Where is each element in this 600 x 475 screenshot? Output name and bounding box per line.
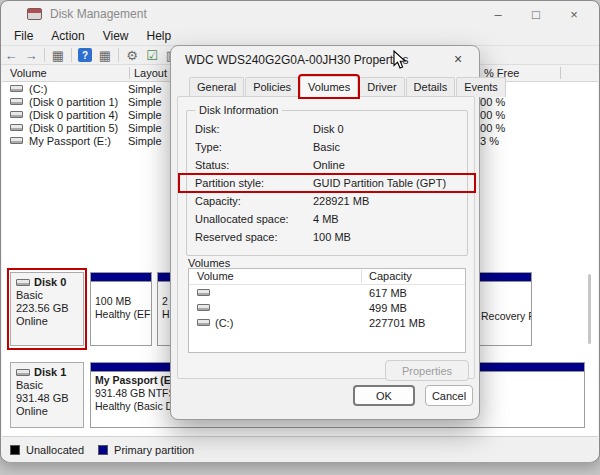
disk1-status: Online <box>16 405 83 418</box>
disk0-label[interactable]: Disk 0 Basic 223.56 GB Online <box>10 272 84 346</box>
volume-icon <box>197 304 210 311</box>
volume-free: 100 % <box>474 96 554 108</box>
field-label: Capacity: <box>195 195 313 207</box>
column-header-volume[interactable]: Volume <box>197 270 234 282</box>
volume-name: (C:) <box>29 83 128 95</box>
volume-icon <box>197 319 210 326</box>
tool-icon[interactable]: ⚙ <box>122 49 142 62</box>
volumes-table: Volume Capacity 617 MB 499 MB (C:) <box>188 268 466 353</box>
column-header-capacity[interactable]: Capacity <box>369 270 412 282</box>
volume-name: (Disk 0 partition 5) <box>29 122 128 134</box>
tab-details[interactable]: Details <box>406 77 456 97</box>
column-header-layout[interactable]: Layout <box>134 67 167 79</box>
legend-unallocated-label: Unallocated <box>26 444 84 456</box>
partition-size: 100 MB <box>95 295 151 308</box>
unallocated-swatch <box>10 445 20 455</box>
close-button[interactable]: × <box>555 1 593 27</box>
volume-free: 100 % <box>474 109 554 121</box>
volume-capacity: 499 MB <box>369 302 407 314</box>
dialog-volume-row[interactable]: 499 MB <box>189 300 465 315</box>
disk0-size: 223.56 GB <box>16 302 83 315</box>
volume-name: My Passport (E:) <box>29 135 128 147</box>
help-icon[interactable]: ? <box>78 48 92 62</box>
dialog-volume-row[interactable]: (C:) 227701 MB <box>189 315 465 330</box>
cancel-button[interactable]: Cancel <box>425 385 473 406</box>
menu-file[interactable]: File <box>5 28 42 44</box>
field-label: Status: <box>195 159 313 171</box>
menu-view[interactable]: View <box>94 28 138 44</box>
minimize-button[interactable]: – <box>479 1 517 27</box>
menu-help[interactable]: Help <box>138 28 181 44</box>
volume-name: (C:) <box>215 317 233 329</box>
field-label: Unallocated space: <box>195 213 313 225</box>
volumes-table-header: Volume Capacity <box>189 269 465 285</box>
disk1-type: Basic <box>16 379 83 392</box>
disk1-label[interactable]: Disk 1 Basic 931.48 GB Online <box>10 362 84 428</box>
tab-volumes[interactable]: Volumes <box>300 76 358 97</box>
toolbar-separator <box>44 48 45 62</box>
menu-action[interactable]: Action <box>42 28 93 44</box>
volume-free: 13 % <box>474 135 554 147</box>
field-label: Partition style: <box>195 177 313 189</box>
field-label: Type: <box>195 141 313 153</box>
field-value: 4 MB <box>313 213 467 225</box>
legend-bar: Unallocated Primary partition <box>2 436 598 462</box>
volume-icon <box>10 111 23 118</box>
disk-icon <box>16 369 30 376</box>
tab-policies[interactable]: Policies <box>245 77 299 97</box>
field-value: Basic <box>313 141 467 153</box>
column-divider <box>361 270 362 283</box>
disk1-size: 931.48 GB <box>16 392 83 405</box>
volume-properties-button: Properties <box>385 360 469 381</box>
toolbar-separator <box>71 48 72 62</box>
tab-events[interactable]: Events <box>456 77 506 97</box>
partition-style-row: Partition style: GUID Partition Table (G… <box>187 174 467 192</box>
disk0-status: Online <box>16 315 83 328</box>
disk1-name: Disk 1 <box>34 366 66 379</box>
legend-primary-label: Primary partition <box>114 444 194 456</box>
ok-button[interactable]: OK <box>353 385 415 406</box>
column-divider[interactable] <box>560 67 561 79</box>
volume-icon <box>10 124 23 131</box>
disk-icon <box>16 279 30 286</box>
window-title: Disk Management <box>50 7 147 21</box>
disk-information-title: Disk Information <box>195 104 282 116</box>
volume-free: 100 % <box>474 122 554 134</box>
pane-scrollbar[interactable] <box>588 274 591 344</box>
back-icon[interactable]: ← <box>1 49 21 62</box>
forward-icon[interactable]: → <box>21 49 41 62</box>
volume-icon <box>10 85 23 92</box>
tab-general[interactable]: General <box>189 77 244 97</box>
column-header-volume[interactable]: Volume <box>10 67 47 79</box>
volume-capacity: 227701 MB <box>369 317 425 329</box>
console-tree-icon[interactable]: ▦ <box>48 49 68 62</box>
maximize-button[interactable]: □ <box>517 1 555 27</box>
tab-driver[interactable]: Driver <box>359 77 404 97</box>
check-list-icon[interactable]: ☑ <box>142 49 162 62</box>
field-label: Disk: <box>195 123 313 135</box>
dialog-title: WDC WDS240G2G0A-00JH30 Properties <box>185 53 408 67</box>
volumes-tab-page: Disk Information Disk:Disk 0 Type:Basic … <box>177 96 475 379</box>
field-value: 100 MB <box>313 231 467 243</box>
properties-dialog: WDC WDS240G2G0A-00JH30 Properties × Gene… <box>170 45 480 420</box>
field-value: 228921 MB <box>313 195 467 207</box>
volume-capacity: 617 MB <box>369 287 407 299</box>
properties-grid-icon[interactable]: ▦ <box>95 49 115 62</box>
window-controls: – □ × <box>479 1 593 27</box>
disk0-partition-efi[interactable]: 100 MB Healthy (EFI S <box>90 272 152 346</box>
dialog-close-button[interactable]: × <box>441 46 475 72</box>
field-value: Disk 0 <box>313 123 467 135</box>
toolbar-separator <box>118 48 119 62</box>
field-value: GUID Partition Table (GPT) <box>313 177 467 189</box>
dialog-volume-row[interactable]: 617 MB <box>189 285 465 300</box>
volume-name: (Disk 0 partition 1) <box>29 96 128 108</box>
column-divider[interactable] <box>129 67 130 79</box>
volume-icon <box>10 98 23 105</box>
disk-information-group: Disk Information Disk:Disk 0 Type:Basic … <box>186 110 468 256</box>
primary-partition-band <box>91 273 151 282</box>
screen: Disk Management – □ × File Action View H… <box>0 0 600 475</box>
volume-name: (Disk 0 partition 4) <box>29 109 128 121</box>
partition-label: Recovery P <box>481 310 531 323</box>
field-value: Online <box>313 159 467 171</box>
primary-partition-swatch <box>98 445 108 455</box>
